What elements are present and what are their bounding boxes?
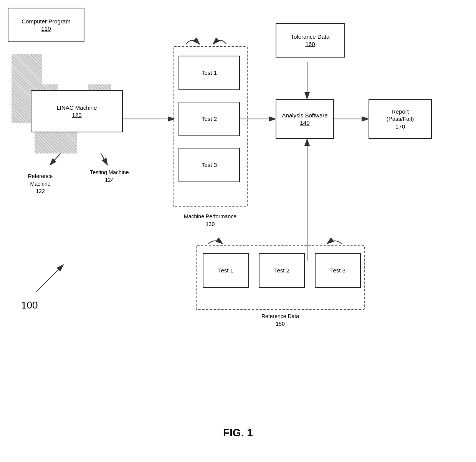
test1-top-label: Test 1 <box>202 69 217 77</box>
test2-bottom-label: Test 2 <box>274 267 289 274</box>
computer-program-box: Computer Program 110 <box>8 8 84 42</box>
analysis-software-label: Analysis Software <box>282 112 327 119</box>
test3-top-box: Test 3 <box>178 148 240 182</box>
tolerance-data-box: Tolerance Data 160 <box>276 23 345 58</box>
linac-machine-box: LINAC Machine 120 <box>31 90 123 132</box>
test1-top-box: Test 1 <box>178 56 240 90</box>
test1-bottom-box: Test 1 <box>203 253 249 288</box>
svg-line-9 <box>36 265 63 292</box>
analysis-software-number: 140 <box>300 119 309 127</box>
test3-top-label: Test 3 <box>202 161 217 169</box>
tolerance-data-number: 160 <box>305 40 315 48</box>
test3-bottom-box: Test 3 <box>315 253 361 288</box>
testing-machine-label: Testing Machine 124 <box>88 169 131 184</box>
tolerance-data-label: Tolerance Data <box>291 33 330 41</box>
test1-bottom-label: Test 1 <box>218 267 233 274</box>
fig-label: FIG. 1 <box>0 427 476 439</box>
linac-machine-number: 120 <box>72 111 81 119</box>
figure-number: 100 <box>21 299 38 311</box>
machine-performance-label: Machine Performance 130 <box>173 213 248 228</box>
linac-machine-label: LINAC Machine <box>56 104 97 112</box>
test2-bottom-box: Test 2 <box>259 253 305 288</box>
report-number: 170 <box>395 123 405 130</box>
computer-program-label: Computer Program <box>21 18 71 25</box>
diagram-container: Computer Program 110 LINAC Machine 120 R… <box>0 0 476 462</box>
reference-data-label: Reference Data 150 <box>196 313 365 328</box>
test3-bottom-label: Test 3 <box>330 267 345 274</box>
test2-top-box: Test 2 <box>178 102 240 136</box>
report-label: Report(Pass/Fail) <box>387 108 414 123</box>
test2-top-label: Test 2 <box>202 115 217 123</box>
report-box: Report(Pass/Fail) 170 <box>369 99 432 139</box>
computer-program-number: 110 <box>41 25 51 33</box>
reference-machine-label: Reference Machine 122 <box>19 173 61 195</box>
analysis-software-box: Analysis Software 140 <box>276 99 334 139</box>
